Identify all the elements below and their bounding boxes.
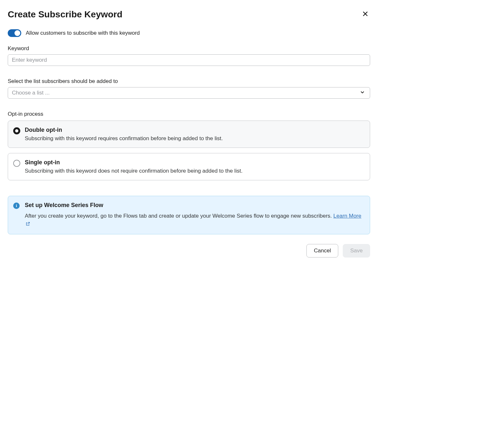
optin-title: Double opt-in [25,127,223,133]
external-link-icon [25,221,30,227]
optin-title: Single opt-in [25,159,243,166]
keyword-input[interactable] [8,54,370,66]
dialog-title: Create Subscribe Keyword [8,9,122,20]
radio-selected-icon [13,127,20,134]
save-button[interactable]: Save [343,244,370,258]
close-button[interactable] [360,9,370,20]
radio-unselected-icon [13,160,20,167]
info-body: After you create your keyword, go to the… [25,212,364,228]
optin-desc: Subscribing with this keyword requires c… [25,135,223,142]
optin-option-double[interactable]: Double opt-in Subscribing with this keyw… [8,121,370,148]
close-icon [362,10,369,18]
chevron-down-icon [359,89,365,96]
toggle-label: Allow customers to subscribe with this k… [26,30,140,36]
list-label: Select the list subscribers should be ad… [8,78,370,85]
optin-option-single[interactable]: Single opt-in Subscribing with this keyw… [8,153,370,180]
info-title: Set up Welcome Series Flow [25,202,364,209]
info-icon: i [13,203,20,209]
optin-section-label: Opt-in process [8,111,370,117]
allow-subscribe-toggle[interactable] [8,29,21,37]
cancel-button[interactable]: Cancel [306,244,338,258]
welcome-series-info: i Set up Welcome Series Flow After you c… [8,196,370,234]
list-select[interactable]: Choose a list ... [8,87,370,99]
optin-desc: Subscribing with this keyword does not r… [25,168,243,174]
keyword-label: Keyword [8,45,370,52]
list-placeholder: Choose a list ... [12,90,50,96]
